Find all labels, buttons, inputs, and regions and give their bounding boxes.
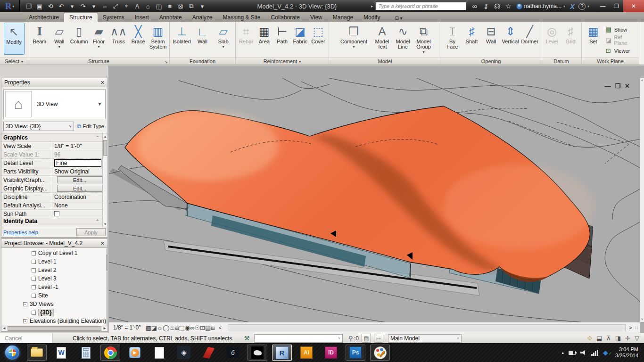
crop-region-icon[interactable]: ⬚ xyxy=(179,324,185,331)
shadows-off-icon[interactable]: ◯ xyxy=(163,324,170,331)
identity-data-section-header[interactable]: Identity Data ⌃ xyxy=(1,218,102,224)
ribbon-small-button[interactable]: ▤ Show xyxy=(604,25,637,33)
sun-path-checkbox[interactable] xyxy=(54,211,59,216)
project-browser-header[interactable]: Project Browser - Model_V_4.2 ✕ xyxy=(1,239,107,248)
temporary-view-properties-icon[interactable]: ⊡ xyxy=(200,324,205,331)
property-row-view-scale[interactable]: View Scale 1/8" = 1'-0" xyxy=(1,142,102,150)
edit-button[interactable]: Edit... xyxy=(57,185,102,192)
select-links-icon[interactable]: ⟐ xyxy=(587,335,592,342)
tree-item[interactable]: Copy of Level 1 xyxy=(1,249,106,257)
scroll-up-icon[interactable]: ˄ xyxy=(641,79,643,82)
tree-expander-icon[interactable] xyxy=(32,268,36,272)
view-minimize-button[interactable]: — xyxy=(604,82,611,90)
close-hidden-windows-icon[interactable]: ⊠ xyxy=(175,3,186,10)
property-row-parts-visibility[interactable]: Parts Visibility Show Original xyxy=(1,167,102,176)
ribbon-button[interactable]: ▯ Column xyxy=(69,23,89,58)
selection-filter-icon[interactable]: ▽ xyxy=(635,335,639,342)
open-icon[interactable]: ❐ xyxy=(24,3,34,10)
select-elements-by-face-icon[interactable]: ◨ xyxy=(615,335,621,342)
visual-style-icon[interactable]: ◪ xyxy=(151,324,157,331)
taskbar-item-illustrator[interactable]: Ai xyxy=(297,345,316,361)
ribbon-button[interactable]: ╱ Dormer xyxy=(520,23,539,58)
taskbar-item-indesign[interactable]: ID xyxy=(321,345,341,361)
viewport-vertical-scrollbar[interactable]: ˄ ˅ xyxy=(640,78,644,322)
tree-item[interactable]: {3D} xyxy=(1,308,106,317)
taskbar-item-unity[interactable]: ◈ xyxy=(174,345,194,361)
ribbon-button[interactable]: ╳ Brace xyxy=(128,23,148,58)
tree-expander-icon[interactable]: − xyxy=(23,302,27,306)
ribbon-tab[interactable]: Collaborate xyxy=(266,13,305,22)
edit-button[interactable]: Edit... xyxy=(57,176,102,183)
ribbon-button[interactable]: ▱ Wall ▾ xyxy=(50,23,69,58)
worksets-icon[interactable]: ⚒ xyxy=(244,335,250,342)
search-input[interactable]: Type a keyword or phrase xyxy=(375,2,466,10)
undo-icon[interactable]: ↶ xyxy=(56,3,66,10)
view-scale-button[interactable]: 1/8" = 1'-0" xyxy=(113,324,141,331)
ribbon-button[interactable]: ⇕ Vertical xyxy=(501,23,520,58)
reveal-hidden-elements-icon[interactable]: ☉ xyxy=(194,324,200,331)
tree-expander-icon[interactable] xyxy=(32,285,36,289)
dialog-launcher-icon[interactable]: ↘ xyxy=(164,59,168,64)
ribbon-button[interactable]: ⌗ Rebar xyxy=(237,23,255,58)
section-icon[interactable]: ◫ xyxy=(154,3,164,10)
help-icon[interactable]: ? xyxy=(578,3,586,10)
ribbon-button[interactable]: ❒ Component ▾ xyxy=(336,23,372,58)
select-pinned-elements-icon[interactable]: ⊼ xyxy=(606,335,611,342)
taskbar-item-chrome[interactable] xyxy=(100,345,120,361)
active-only-button[interactable]: ↦ xyxy=(374,334,383,343)
tree-item[interactable]: − 3D Views xyxy=(1,300,106,308)
modify-button[interactable]: ↖ Modify xyxy=(4,23,25,55)
scrollbar-thumb[interactable] xyxy=(8,326,101,331)
property-row-sun-path[interactable]: Sun Path xyxy=(1,210,102,218)
ribbon-button[interactable]: ▦ Area xyxy=(255,23,273,58)
taskbar-item-3dsmax[interactable]: 6 xyxy=(223,345,243,361)
redo-dropdown-icon[interactable]: ▾ xyxy=(89,3,99,10)
scroll-down-icon[interactable]: ▼ xyxy=(107,319,107,325)
show-rendering-dialog-icon[interactable]: ♨ xyxy=(170,324,175,331)
tree-expander-icon[interactable] xyxy=(32,277,36,281)
worksets-combo[interactable]: ˅ xyxy=(254,334,343,343)
taskbar-item-rhino[interactable] xyxy=(248,345,267,361)
chevron-down-icon[interactable]: ▼ xyxy=(98,102,102,107)
taskbar-item-revit[interactable]: R xyxy=(272,345,292,361)
volume-icon[interactable] xyxy=(580,350,586,355)
ribbon-button[interactable]: ⌶ By Face xyxy=(443,23,462,58)
ribbon-button[interactable]: ◪ Fabric xyxy=(291,23,309,58)
ribbon-button[interactable]: ⊢ Path xyxy=(273,23,291,58)
select-underlay-elements-icon[interactable]: ⬓ xyxy=(596,335,602,342)
ribbon-button[interactable]: ♯ Shaft xyxy=(462,23,481,58)
network-icon[interactable] xyxy=(591,350,598,356)
signed-in-user[interactable]: nathan.hyma... ▾ xyxy=(516,3,565,9)
ribbon-button[interactable]: ▥ Beam System xyxy=(148,23,168,58)
communication-center-icon[interactable]: ☊ xyxy=(492,2,503,10)
ribbon-tab[interactable]: Modify xyxy=(358,13,385,22)
chevron-down-icon[interactable]: ▾ xyxy=(587,4,589,8)
aligned-dimension-icon[interactable]: ⤢ xyxy=(110,2,121,10)
close-icon[interactable]: ✕ xyxy=(100,240,105,247)
scroll-down-icon[interactable]: ▼ xyxy=(104,221,107,227)
start-button[interactable] xyxy=(2,345,22,361)
ribbon-small-button[interactable]: ◪ Ref Plane xyxy=(604,34,637,46)
tree-item[interactable]: Level -1 xyxy=(1,283,106,291)
taskbar-item-word[interactable]: W xyxy=(51,345,71,361)
property-row-default-analysis[interactable]: Default Analysi... None xyxy=(1,201,102,210)
properties-header[interactable]: Properties ✕ xyxy=(1,78,107,87)
design-option-combo[interactable]: Main Model ˅ xyxy=(388,334,462,343)
scrollbar-thumb[interactable] xyxy=(103,140,107,156)
restore-button[interactable]: ❐ xyxy=(610,0,623,12)
application-menu-button[interactable]: R ▾ xyxy=(0,0,20,12)
properties-help-link[interactable]: Properties help xyxy=(3,230,38,235)
scrollbar-thumb[interactable] xyxy=(107,255,107,271)
3d-model-view[interactable] xyxy=(109,66,640,333)
sun-path-off-icon[interactable]: ☼ xyxy=(157,324,163,331)
taskbar-item-photoshop[interactable]: Ps xyxy=(346,345,365,361)
tree-item[interactable]: Level 3 xyxy=(1,274,106,283)
taskbar-item-notepad[interactable] xyxy=(149,345,169,361)
text-icon[interactable]: A xyxy=(132,3,142,10)
exchange-apps-icon[interactable]: X xyxy=(570,2,575,10)
property-row-graphic-display[interactable]: Graphic Display... Edit... xyxy=(1,184,102,193)
ribbon-button[interactable]: A Model Text xyxy=(372,23,393,58)
ribbon-button[interactable]: ⊥ Isolated xyxy=(172,23,192,58)
design-options-button[interactable]: ▤ xyxy=(362,334,371,343)
ribbon-tab[interactable]: Analyze xyxy=(187,13,218,22)
